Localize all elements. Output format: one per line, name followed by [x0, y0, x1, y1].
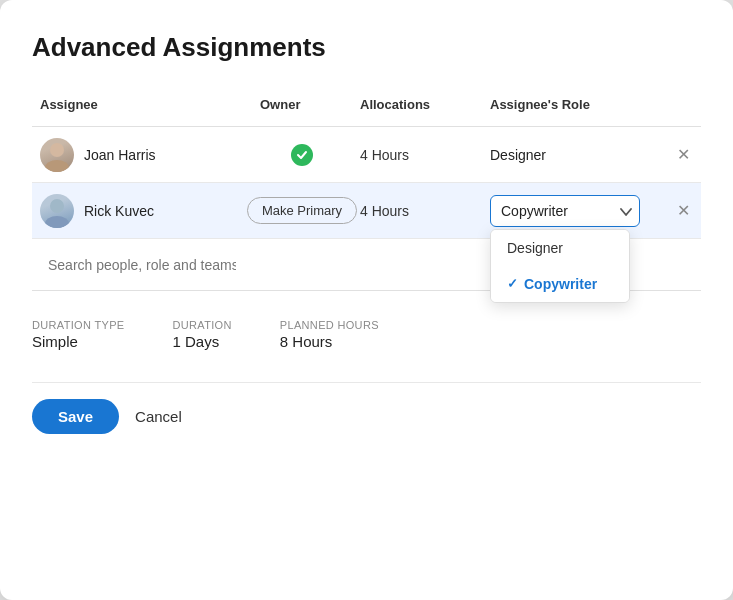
- header-assignee: Assignee: [32, 91, 252, 118]
- assignee-name-rick: Rick Kuvec: [84, 203, 154, 219]
- modal-title: Advanced Assignments: [32, 32, 701, 63]
- header-owner: Owner: [252, 91, 352, 118]
- save-button[interactable]: Save: [32, 399, 119, 434]
- dropdown-option-copywriter-label: Copywriter: [524, 276, 597, 292]
- duration-type-label: Duration Type: [32, 319, 125, 331]
- avatar-rick: [40, 194, 74, 228]
- table-row: Joan Harris 4 Hours Designer ✕: [32, 127, 701, 183]
- planned-hours-value: 8 Hours: [280, 333, 379, 350]
- header-actions: [665, 91, 701, 118]
- checkmark-selected: ✓: [507, 276, 518, 291]
- header-allocations: Allocations: [352, 91, 482, 118]
- duration-item: Duration 1 Days: [173, 319, 232, 350]
- role-input-rick[interactable]: [490, 195, 640, 227]
- footer: Save Cancel: [32, 382, 701, 434]
- remove-rick-button[interactable]: ✕: [673, 197, 694, 224]
- make-primary-button[interactable]: Make Primary: [247, 197, 357, 224]
- table-header: Assignee Owner Allocations Assignee's Ro…: [32, 91, 701, 127]
- search-input[interactable]: [40, 253, 244, 277]
- allocations-cell-rick: 4 Hours: [352, 199, 482, 223]
- dropdown-option-designer-label: Designer: [507, 240, 563, 256]
- planned-hours-label: Planned Hours: [280, 319, 379, 331]
- advanced-assignments-modal: Advanced Assignments Assignee Owner Allo…: [0, 0, 733, 600]
- allocations-cell-joan: 4 Hours: [352, 143, 482, 167]
- header-role: Assignee's Role: [482, 91, 665, 118]
- role-dropdown-menu: Designer ✓ Copywriter: [490, 229, 630, 303]
- role-cell-joan: Designer: [482, 143, 665, 167]
- svg-point-3: [45, 216, 69, 228]
- dropdown-option-designer[interactable]: Designer: [491, 230, 629, 266]
- dropdown-option-copywriter[interactable]: ✓ Copywriter: [491, 266, 629, 302]
- owner-cell-rick: Make Primary: [252, 193, 352, 228]
- role-value-joan: Designer: [490, 147, 546, 163]
- cancel-button[interactable]: Cancel: [135, 408, 182, 425]
- summary-row: Duration Type Simple Duration 1 Days Pla…: [32, 319, 701, 350]
- summary-section: Duration Type Simple Duration 1 Days Pla…: [32, 309, 701, 350]
- duration-type-item: Duration Type Simple: [32, 319, 125, 350]
- role-select-wrapper: Designer ✓ Copywriter: [490, 195, 640, 227]
- table-row-rick: Rick Kuvec Make Primary 4 Hours Designer: [32, 183, 701, 239]
- remove-joan-button[interactable]: ✕: [673, 141, 694, 168]
- assignee-name-joan: Joan Harris: [84, 147, 156, 163]
- avatar-svg-rick: [40, 194, 74, 228]
- owner-cell-joan: [252, 140, 352, 170]
- duration-type-value: Simple: [32, 333, 125, 350]
- duration-value: 1 Days: [173, 333, 232, 350]
- close-cell-rick: ✕: [665, 193, 701, 228]
- close-cell-joan: ✕: [665, 137, 701, 172]
- owner-check-icon: [291, 144, 313, 166]
- avatar-joan: [40, 138, 74, 172]
- planned-hours-item: Planned Hours 8 Hours: [280, 319, 379, 350]
- duration-label: Duration: [173, 319, 232, 331]
- svg-point-1: [45, 160, 69, 172]
- role-cell-rick: Designer ✓ Copywriter: [482, 191, 665, 231]
- search-cell: [32, 253, 252, 277]
- avatar-svg-joan: [40, 138, 74, 172]
- assignee-cell-rick: Rick Kuvec: [32, 190, 252, 232]
- svg-point-0: [50, 143, 64, 157]
- checkmark-svg: [296, 149, 308, 161]
- assignee-cell-joan: Joan Harris: [32, 134, 252, 176]
- svg-point-2: [50, 199, 64, 213]
